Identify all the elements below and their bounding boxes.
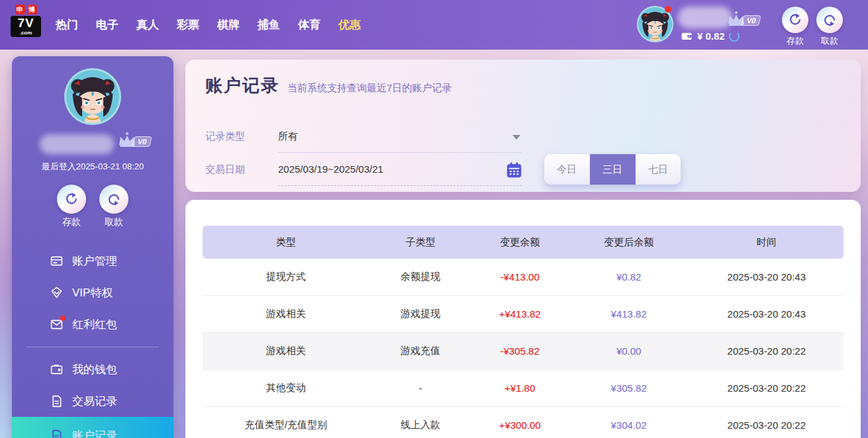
cell-subtype: 线上入款 [369, 419, 472, 431]
sidebar-avatar[interactable] [64, 68, 121, 125]
cell-subtype: 游戏充值 [369, 345, 472, 357]
cell-type: 游戏相关 [203, 345, 369, 357]
sidebar-username-blurred [40, 134, 114, 154]
quick-range-button[interactable]: 三日 [590, 154, 636, 185]
records-table: 类型 子类型 变更余额 变更后余额 时间 提现方式 余额提现 -¥413.00 … [203, 226, 844, 438]
deposit-label: 存款 [787, 35, 804, 47]
table-row[interactable]: 其他变动 - +¥1.80 ¥305.82 2025-03-20 20:22 [203, 370, 844, 407]
quick-range-button[interactable]: 今日 [544, 154, 590, 185]
quick-range-button[interactable]: 七日 [636, 154, 681, 185]
menu-item-label: 账户管理 [72, 253, 117, 269]
header-vip-tag[interactable]: V0 [726, 11, 760, 26]
cell-type: 游戏相关 [203, 308, 369, 320]
table-column-header: 子类型 [369, 236, 472, 249]
sidebar-menu-item[interactable]: 交易记录 [12, 385, 173, 417]
menu-item-icon [50, 429, 64, 438]
nav-item[interactable]: 捕鱼 [258, 17, 280, 32]
table-column-header: 时间 [690, 236, 844, 249]
menu-item-label: 账户记录 [72, 428, 117, 438]
date-range-input[interactable]: 2025/03/19~2025/03/21 [278, 163, 497, 175]
menu-item-icon [50, 318, 64, 331]
menu-item-label: VIP特权 [72, 285, 113, 300]
refresh-balance-icon[interactable] [729, 31, 740, 42]
nav-item[interactable]: 棋牌 [217, 17, 240, 32]
menu-item-label: 我的钱包 [72, 362, 117, 377]
cell-balance-after: ¥0.00 [568, 345, 690, 357]
quick-range-group: 今日 三日 七日 [544, 154, 681, 185]
header-withdraw-button[interactable]: 取款 [816, 7, 843, 47]
menu-item-icon [50, 394, 64, 408]
cell-type: 其他变动 [203, 382, 369, 394]
table-column-header: 变更后余额 [568, 236, 690, 249]
cell-change-amount: -¥413.00 [472, 271, 568, 283]
cell-change-amount: +¥413.82 [472, 308, 568, 320]
last-login-text: 最后登入2025-03-21 08:20 [12, 161, 173, 173]
menu-item-label: 交易记录 [72, 394, 117, 409]
table-row[interactable]: 游戏相关 游戏提现 +¥413.82 ¥413.82 2025-03-20 20… [203, 296, 844, 333]
calendar-icon[interactable] [505, 161, 523, 179]
cell-balance-after: ¥304.02 [568, 419, 690, 431]
chevron-down-icon[interactable] [512, 135, 520, 140]
top-navbar: 申 博 7V .com 热门 电子 真人 彩票 棋牌 捕鱼 体育 优惠 V0 [0, 0, 868, 50]
wallet-icon [681, 30, 693, 42]
sidebar-money-buttons: 存款 取款 [12, 185, 173, 228]
deposit-icon [782, 7, 808, 33]
records-table-panel: 类型 子类型 变更余额 变更后余额 时间 提现方式 余额提现 -¥413.00 … [185, 200, 861, 438]
cell-time: 2025-03-20 20:43 [690, 308, 844, 320]
table-row[interactable]: 充值类型/充值型别 线上入款 +¥300.00 ¥304.02 2025-03-… [203, 407, 844, 438]
sidebar-menu-item[interactable]: 账户管理 [12, 245, 173, 277]
brand-suffix: .com [11, 30, 41, 37]
menu-item-icon [50, 286, 64, 300]
sidebar-menu-item[interactable]: 红利红包 [12, 308, 173, 340]
brand-logo[interactable]: 申 博 7V .com [9, 5, 42, 37]
header-deposit-button[interactable]: 存款 [782, 7, 808, 47]
cell-time: 2025-03-20 20:22 [690, 382, 844, 394]
cell-balance-after: ¥305.82 [568, 382, 690, 394]
sidebar-menu: 账户管理 VIP特权 红利红包 我的钱包 [12, 245, 173, 438]
panel-head: 账户记录 当前系统支持查询最近7日的账户记录 [205, 74, 452, 97]
sidebar-menu-item[interactable]: 我的钱包 [12, 353, 173, 385]
cell-subtype: - [369, 382, 472, 394]
header-username-blurred [678, 7, 732, 28]
nav-item[interactable]: 真人 [136, 17, 159, 32]
cell-time: 2025-03-20 20:22 [690, 419, 844, 431]
table-row[interactable]: 提现方式 余额提现 -¥413.00 ¥0.82 2025-03-20 20:4… [203, 259, 844, 296]
table-row[interactable]: 游戏相关 游戏充值 -¥305.82 ¥0.00 2025-03-20 20:2… [203, 333, 844, 370]
date-range-underline [278, 185, 522, 186]
deposit-label: 存款 [62, 216, 81, 228]
cell-subtype: 游戏提现 [369, 308, 472, 320]
cell-type: 提现方式 [203, 271, 369, 283]
nav-item[interactable]: 体育 [298, 17, 320, 32]
brand-tag-left: 申 [15, 5, 25, 15]
record-type-select[interactable]: 所有 [278, 130, 508, 143]
sidebar-menu-item[interactable]: VIP特权 [12, 277, 173, 308]
sidebar-vip-tag[interactable]: V0 [117, 132, 151, 148]
deposit-icon [57, 185, 86, 214]
menu-item-icon [50, 254, 64, 268]
sidebar-deposit-button[interactable]: 存款 [57, 185, 86, 228]
cell-time: 2025-03-20 20:22 [690, 345, 844, 357]
menu-item-label: 红利红包 [72, 317, 117, 332]
nav-item[interactable]: 优惠 [338, 17, 361, 32]
sidebar-withdraw-button[interactable]: 取款 [99, 185, 128, 228]
withdraw-icon [816, 7, 843, 33]
menu-item-icon [50, 363, 64, 376]
record-type-label: 记录类型 [205, 130, 245, 143]
nav-item[interactable]: 彩票 [177, 17, 199, 32]
vip-level-badge: V0 [741, 15, 761, 26]
sidebar-menu-item[interactable]: 账户记录 [12, 417, 173, 438]
brand-tag-right: 博 [27, 5, 37, 15]
page-subtitle: 当前系统支持查询最近7日的账户记录 [287, 82, 452, 95]
nav-item[interactable]: 热门 [56, 17, 78, 32]
cell-balance-after: ¥0.82 [568, 271, 690, 283]
cell-change-amount: -¥305.82 [472, 345, 568, 357]
cell-balance-after: ¥413.82 [568, 308, 690, 320]
cell-subtype: 余额提现 [369, 271, 472, 283]
table-column-header: 变更余额 [472, 236, 568, 249]
filter-panel: 账户记录 当前系统支持查询最近7日的账户记录 记录类型 所有 交易日期 2025… [185, 60, 861, 192]
balance-amount: ¥ 0.82 [697, 30, 725, 42]
nav-item[interactable]: 电子 [96, 17, 119, 32]
brand-tags: 申 博 [15, 5, 37, 15]
withdraw-label: 取款 [821, 35, 838, 47]
page-title: 账户记录 [205, 74, 279, 97]
